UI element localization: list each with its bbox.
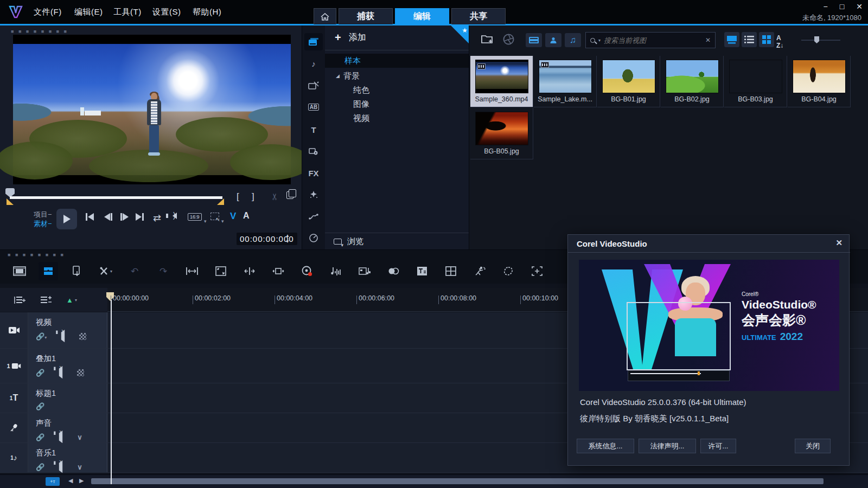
search-clear-icon[interactable]: ✕: [705, 36, 711, 44]
close-dialog-button[interactable]: 关闭: [795, 439, 831, 453]
fade-icon[interactable]: ∨: [77, 433, 82, 441]
toolbar-drag-handle[interactable]: ■ ■ ■ ■ ■ ■ ■ ■: [8, 252, 65, 258]
multi-trim-button[interactable]: [384, 262, 403, 280]
track-header-overlay[interactable]: 1 叠加1 🔗: [0, 349, 107, 383]
split-by-scene-button[interactable]: [240, 262, 259, 280]
audio-toggle[interactable]: A: [243, 211, 250, 221]
menu-file[interactable]: 文件(F): [34, 7, 62, 17]
screen-recorder-button[interactable]: [297, 262, 317, 280]
library-item[interactable]: Sample_360.mp4: [470, 56, 533, 107]
overlay-gallery-icon[interactable]: [304, 143, 323, 160]
mask-creator-button[interactable]: [499, 262, 518, 280]
capture-aperture-icon[interactable]: [503, 34, 514, 45]
link-icon[interactable]: 🔗: [36, 402, 44, 410]
library-item[interactable]: BG-B01.jpg: [597, 56, 660, 107]
grid-view-button[interactable]: [759, 32, 774, 47]
scroll-left-icon[interactable]: ◀: [68, 477, 73, 484]
browse-button[interactable]: 浏览: [325, 233, 469, 249]
dialog-close-icon[interactable]: ✕: [835, 238, 843, 248]
search-dropdown-icon[interactable]: ▾: [598, 38, 601, 43]
filter-audio-button[interactable]: ♫: [565, 33, 581, 47]
zoom-slider-handle[interactable]: [814, 36, 819, 43]
selection-dropdown-icon[interactable]: ▾: [221, 219, 224, 224]
trim-handle-end[interactable]: [217, 198, 224, 205]
aspect-dropdown-icon[interactable]: ▾: [204, 219, 207, 224]
link-icon[interactable]: 🔗▾: [36, 332, 47, 341]
auto-music-button[interactable]: [355, 262, 374, 280]
filter-gallery-icon[interactable]: FX: [304, 164, 323, 182]
thumbnail-zoom-slider[interactable]: [801, 39, 840, 41]
list-view-button[interactable]: [742, 32, 757, 47]
motion-path-icon[interactable]: [304, 208, 323, 225]
track-volume-icon[interactable]: [59, 433, 62, 441]
media-library-icon[interactable]: [304, 33, 323, 50]
selection-tool[interactable]: [210, 213, 219, 220]
resize-window-button[interactable]: [211, 262, 231, 280]
previous-frame-button[interactable]: [104, 213, 112, 221]
track-header-video[interactable]: 视频 🔗▾: [0, 312, 107, 348]
sound-mixer-button[interactable]: [326, 262, 346, 280]
chroma-key-icon[interactable]: [79, 333, 86, 340]
tools-button[interactable]: ▾: [96, 262, 116, 280]
title-gallery-icon[interactable]: T: [304, 121, 323, 138]
add-remove-track-icon[interactable]: [40, 296, 52, 305]
volume-icon[interactable]: [173, 213, 177, 219]
swap-track-button[interactable]: +ᴛ: [46, 477, 60, 486]
menu-settings[interactable]: 设置(S): [152, 7, 181, 17]
playhead-line[interactable]: [111, 300, 112, 484]
play-button[interactable]: [56, 209, 77, 229]
enlarge-preview-icon[interactable]: [286, 191, 293, 199]
track-volume-icon[interactable]: [59, 369, 62, 376]
tree-item-solid-color[interactable]: 纯色: [325, 83, 469, 97]
repeat-icon[interactable]: ⇄: [153, 212, 161, 224]
thumbnail-view-button[interactable]: [724, 32, 739, 47]
track-volume-icon[interactable]: [61, 332, 65, 340]
license-button[interactable]: 许可...: [700, 439, 736, 453]
next-frame-button[interactable]: [120, 213, 129, 221]
tree-item-background[interactable]: ◢背景: [325, 69, 469, 83]
scroll-right-icon[interactable]: ▶: [79, 477, 84, 484]
tab-edit[interactable]: 编辑: [395, 8, 449, 24]
timecode-spinner[interactable]: ▲▼: [285, 233, 290, 245]
redo-button[interactable]: ↷: [154, 262, 173, 280]
go-to-start-button[interactable]: [86, 213, 94, 221]
fit-project-button[interactable]: [182, 262, 202, 280]
filter-photos-button[interactable]: [545, 33, 561, 47]
audio-gallery-icon[interactable]: ♪: [304, 55, 323, 72]
speed-gallery-icon[interactable]: [304, 229, 323, 247]
effects-gallery-icon[interactable]: [304, 186, 323, 203]
link-icon[interactable]: 🔗: [36, 433, 44, 441]
import-media-icon[interactable]: [481, 34, 494, 44]
tree-item-sample[interactable]: 样本: [325, 54, 469, 68]
filter-videos-button[interactable]: [526, 33, 542, 47]
link-icon[interactable]: 🔗: [36, 463, 44, 471]
library-item[interactable]: BG-B02.jpg: [661, 56, 724, 107]
split-clip-icon[interactable]: ✂: [270, 193, 280, 200]
motion-tracking-button[interactable]: [470, 262, 489, 280]
record-capture-option-button[interactable]: [67, 262, 87, 280]
go-to-end-button[interactable]: [136, 213, 144, 221]
undo-button[interactable]: ↶: [125, 262, 144, 280]
video-toggle[interactable]: V: [230, 211, 236, 222]
minimize-button[interactable]: −: [824, 2, 828, 11]
transition-gallery-icon[interactable]: AB: [304, 98, 323, 115]
track-header-title[interactable]: 1T 标题1 🔗: [0, 383, 107, 413]
storyboard-view-button[interactable]: [10, 262, 29, 280]
library-item[interactable]: BG-B03.jpg: [724, 56, 787, 107]
link-icon[interactable]: 🔗: [36, 369, 44, 377]
tree-item-video[interactable]: 视频: [325, 111, 469, 125]
track-header-music[interactable]: 1♪ 音乐1 🔗 ∨: [0, 443, 107, 472]
tree-item-image[interactable]: 图像: [325, 97, 469, 111]
mark-in-button[interactable]: [: [237, 191, 239, 202]
search-input[interactable]: [604, 36, 702, 44]
menu-help[interactable]: 帮助(H): [193, 7, 221, 17]
fade-icon[interactable]: ∨: [77, 463, 82, 471]
scrubber-bar[interactable]: [10, 196, 222, 199]
library-item[interactable]: Sample_Lake.m...: [534, 56, 597, 107]
aspect-ratio-selector[interactable]: 16:9: [188, 213, 202, 221]
tab-home[interactable]: [314, 8, 336, 24]
timeline-view-button[interactable]: [39, 262, 58, 280]
legal-notice-button[interactable]: 法律声明...: [639, 439, 696, 453]
subtitle-editor-button[interactable]: [412, 262, 432, 280]
track-header-voice[interactable]: 声音 🔗 ∨: [0, 413, 107, 442]
